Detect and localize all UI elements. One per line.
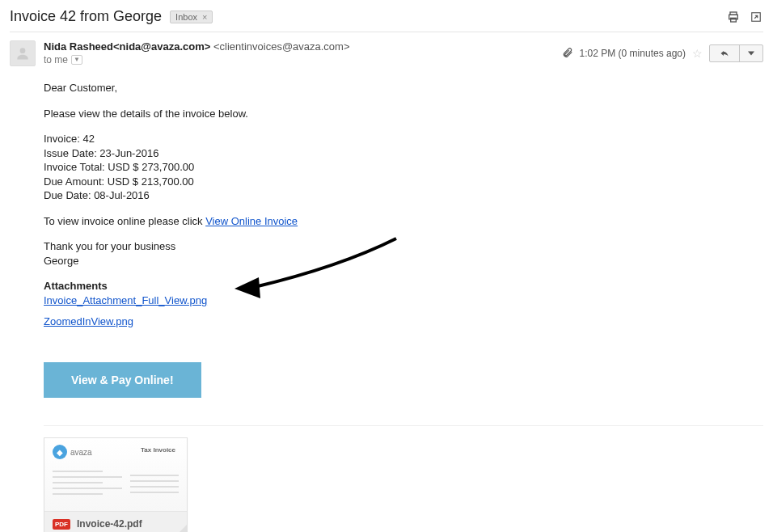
from-line: Nida Rasheed<nida@avaza.com> <clientinvo… (44, 40, 562, 53)
reply-to: <clientinvoices@avaza.com> (213, 40, 350, 53)
attachment-filename: Invoice-42.pdf (77, 518, 142, 530)
subject-text: Invoice 42 from George (10, 8, 162, 25)
more-actions-button[interactable] (740, 45, 762, 61)
inbox-label-chip[interactable]: Inbox × (170, 11, 213, 23)
logo-bubble-icon: ◆ (53, 445, 67, 459)
view-pay-button[interactable]: View & Pay Online! (44, 362, 201, 398)
timestamp: 1:02 PM (0 minutes ago) (580, 48, 686, 59)
reply-button[interactable] (710, 45, 740, 61)
fold-corner-icon (175, 525, 187, 532)
greeting: Dear Customer, (44, 81, 572, 95)
due-date: Due Date: 08-Jul-2016 (44, 188, 572, 203)
due-amount: Due Amount: USD $ 213,700.00 (44, 175, 572, 189)
view-online-link[interactable]: View Online Invoice (205, 215, 298, 227)
attachment-link-2[interactable]: ZoomedInView.png (44, 315, 133, 327)
sender-avatar (10, 40, 36, 66)
view-prefix: To view invoice online please click (44, 215, 205, 227)
preview-doc-title: Tax Invoice (141, 446, 175, 454)
header-left: Invoice 42 from George Inbox × (10, 8, 213, 25)
star-icon[interactable]: ☆ (692, 47, 703, 60)
body-divider (44, 425, 763, 426)
attachment-footer: PDF Invoice-42.pdf (44, 511, 187, 532)
view-online-line: To view invoice online please click View… (44, 214, 572, 229)
issue-date: Issue Date: 23-Jun-2016 (44, 146, 572, 161)
sender-meta: Nida Rasheed<nida@avaza.com> <clientinvo… (44, 40, 562, 66)
header-right (726, 10, 763, 24)
preview-lines-right (130, 471, 179, 497)
thanks-text: Thank you for your business (44, 239, 572, 254)
attachment-icon (562, 47, 573, 61)
attachment-card[interactable]: ◆ avaza Tax Invoice PDF Invoice-42.pdf (44, 437, 188, 532)
label-text: Inbox (175, 12, 197, 22)
invoice-total: Invoice Total: USD $ 273,700.00 (44, 160, 572, 175)
message-body: Dear Customer, Please view the details o… (0, 66, 582, 425)
message-header: Invoice 42 from George Inbox × (0, 0, 773, 32)
to-line: to me ▼ (44, 54, 562, 65)
details-caret-icon[interactable]: ▼ (71, 55, 82, 65)
intro-text: Please view the details of the invoice b… (44, 107, 572, 121)
from-name: Nida Rasheed (44, 40, 113, 53)
attachment-preview: ◆ avaza Tax Invoice (44, 438, 187, 511)
open-window-icon[interactable] (749, 10, 763, 24)
to-label: to me (44, 54, 68, 65)
pdf-badge-icon: PDF (53, 519, 70, 530)
message-meta-right: 1:02 PM (0 minutes ago) ☆ (562, 40, 763, 66)
attachments-heading: Attachments (44, 279, 572, 293)
sender-row: Nida Rasheed<nida@avaza.com> <clientinvo… (0, 32, 773, 66)
attachment-link-1[interactable]: Invoice_Attachment_Full_View.png (44, 294, 207, 306)
from-email: <nida@avaza.com> (113, 40, 210, 53)
signature: George (44, 254, 572, 268)
svg-point-4 (20, 48, 26, 53)
reply-button-group (709, 44, 763, 62)
invoice-number: Invoice: 42 (44, 132, 572, 146)
remove-label-icon[interactable]: × (202, 12, 207, 22)
preview-brand: avaza (70, 448, 92, 457)
print-icon[interactable] (726, 10, 741, 24)
